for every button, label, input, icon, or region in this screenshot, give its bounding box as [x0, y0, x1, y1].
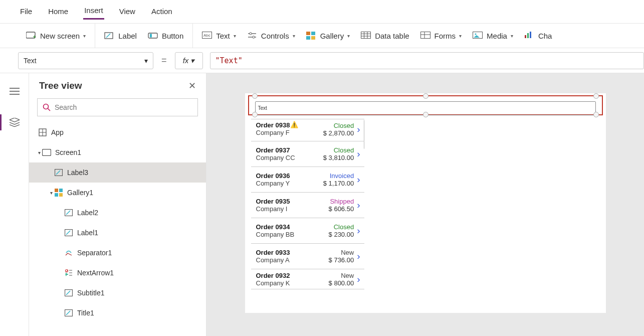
tree-item-nextarrow1[interactable]: NextArrow1	[29, 263, 206, 283]
insert-toolbar: + New screen ▾ Label Button Abc Text ▾	[0, 23, 644, 48]
chevron-right-icon[interactable]: ›	[357, 148, 360, 159]
formula-input[interactable]	[210, 52, 644, 69]
tree-item-separator1[interactable]: Separator1	[29, 243, 206, 263]
company-name: Company Y	[256, 180, 315, 187]
status-label: Closed	[315, 146, 354, 154]
resize-handle[interactable]	[423, 93, 428, 99]
rail-tree-view[interactable]	[0, 111, 29, 133]
insert-media-button[interactable]: Media ▾	[473, 32, 513, 40]
svg-point-10	[253, 36, 255, 38]
menu-bar: File Home Insert View Action	[0, 0, 644, 23]
close-panel-button[interactable]: ✕	[188, 80, 196, 91]
caret-icon[interactable]: ▾	[36, 150, 42, 155]
gallery-row[interactable]: Order 0937Company CCClosed$ 3,810.00›	[251, 141, 364, 167]
svg-rect-11	[306, 32, 310, 35]
chevron-right-icon[interactable]: ›	[357, 200, 360, 211]
chevron-right-icon[interactable]: ›	[357, 225, 360, 236]
insert-forms-button[interactable]: Forms ▾	[420, 32, 462, 40]
menu-insert[interactable]: Insert	[83, 3, 104, 20]
svg-text:Abc: Abc	[203, 33, 210, 38]
tree-item-label: Screen1	[55, 148, 81, 156]
selected-label-control[interactable]: Text	[248, 95, 603, 115]
chevron-right-icon[interactable]: ›	[357, 174, 360, 185]
tree-item-app[interactable]: App	[29, 122, 206, 142]
tree-item-screen1[interactable]: ▾Screen1	[29, 142, 206, 162]
chevron-right-icon[interactable]: ›	[357, 124, 360, 135]
gallery-row[interactable]: Order 0935Company IShipped$ 606.50›	[251, 193, 364, 218]
svg-rect-39	[59, 189, 63, 192]
svg-rect-20	[420, 32, 430, 39]
company-name: Company I	[256, 205, 315, 213]
resize-handle[interactable]	[252, 112, 258, 117]
fx-button[interactable]: fx ▾	[175, 52, 203, 69]
gallery-row[interactable]: Order 0936Company YInvoiced$ 1,170.00›	[251, 167, 364, 193]
chevron-right-icon[interactable]: ›	[357, 274, 360, 285]
property-selector[interactable]: Text ▾	[18, 52, 153, 69]
resize-handle[interactable]	[252, 93, 258, 99]
separator-icon	[64, 248, 73, 257]
resize-handle[interactable]	[593, 93, 599, 99]
tree-search-input[interactable]	[55, 103, 192, 111]
chevron-down-icon: ▾	[83, 33, 86, 39]
tree-item-gallery1[interactable]: ▾Gallery1	[29, 183, 206, 203]
tree-item-label: Label1	[77, 229, 98, 237]
menu-view[interactable]: View	[118, 4, 136, 19]
amount-label: $ 606.50	[315, 205, 354, 213]
warning-icon: ⚠️	[290, 121, 298, 128]
svg-point-31	[44, 104, 49, 109]
tree-view-panel: Tree view ✕ App▾Screen1Label3▾Gallery1La…	[29, 73, 206, 336]
gallery-row[interactable]: Order 0938⚠️Company FClosed$ 2,870.00›	[251, 119, 364, 141]
amount-label: $ 736.00	[315, 256, 354, 264]
new-screen-label: New screen	[40, 32, 80, 40]
search-icon	[43, 103, 51, 111]
insert-button-text: Button	[162, 32, 183, 40]
insert-button-button[interactable]: Button	[148, 32, 183, 40]
tree-item-label3[interactable]: Label3	[29, 162, 206, 183]
gallery-preview[interactable]: Order 0938⚠️Company FClosed$ 2,870.00›Or…	[251, 119, 364, 313]
menu-action[interactable]: Action	[150, 4, 173, 19]
svg-rect-27	[530, 32, 531, 38]
caret-icon[interactable]: ▾	[48, 190, 54, 196]
tree-item-label1[interactable]: Label1	[29, 223, 206, 243]
tree-search[interactable]	[37, 98, 198, 116]
tree-item-subtitle1[interactable]: Subtitle1	[29, 283, 206, 303]
hamburger-icon	[10, 88, 20, 95]
insert-controls-button[interactable]: Controls ▾	[247, 32, 295, 40]
menu-home[interactable]: Home	[47, 4, 69, 19]
label-icon	[64, 228, 73, 237]
tree-item-label: Gallery1	[67, 189, 93, 197]
svg-rect-26	[527, 33, 529, 38]
amount-label: $ 230.00	[315, 231, 354, 238]
chevron-down-icon: ▾	[293, 33, 295, 39]
tree-item-title1[interactable]: Title1	[29, 303, 206, 323]
insert-charts-button[interactable]: Cha	[524, 32, 552, 40]
status-label: Invoiced	[315, 172, 354, 180]
tree-item-label2[interactable]: Label2	[29, 203, 206, 223]
chevron-right-icon[interactable]: ›	[357, 251, 360, 262]
gallery-row[interactable]: Order 0934Company BBClosed$ 230.00›	[251, 218, 364, 244]
gallery-row[interactable]: Order 0933Company ANew$ 736.00›	[251, 244, 364, 269]
svg-rect-36	[43, 149, 51, 156]
chevron-down-icon: ▾	[347, 33, 350, 39]
order-id: Order 0934	[256, 223, 315, 231]
svg-line-32	[48, 109, 51, 111]
resize-handle[interactable]	[593, 112, 599, 117]
amount-label: $ 1,170.00	[315, 180, 354, 187]
order-id: Order 0938⚠️	[256, 121, 315, 129]
canvas-area[interactable]: Text Order 0938⚠️Company FClosed$ 2,870.…	[206, 73, 644, 336]
insert-datatable-button[interactable]: Data table	[361, 32, 409, 40]
insert-gallery-button[interactable]: Gallery ▾	[306, 32, 350, 40]
status-label: Closed	[315, 223, 354, 231]
svg-rect-41	[59, 193, 63, 197]
svg-rect-12	[311, 32, 315, 35]
gallery-row[interactable]: Order 0932Company KNew$ 800.00›	[251, 269, 364, 289]
order-id: Order 0932	[256, 272, 315, 279]
insert-text-button[interactable]: Abc Text ▾	[202, 32, 236, 40]
new-screen-button[interactable]: + New screen ▾	[26, 32, 86, 40]
rail-hamburger[interactable]	[0, 80, 29, 102]
insert-label-button[interactable]: Label	[104, 32, 137, 40]
resize-handle[interactable]	[423, 112, 428, 117]
menu-file[interactable]: File	[19, 4, 33, 19]
chevron-down-icon: ▾	[459, 33, 462, 39]
insert-datatable-label: Data table	[375, 32, 409, 40]
